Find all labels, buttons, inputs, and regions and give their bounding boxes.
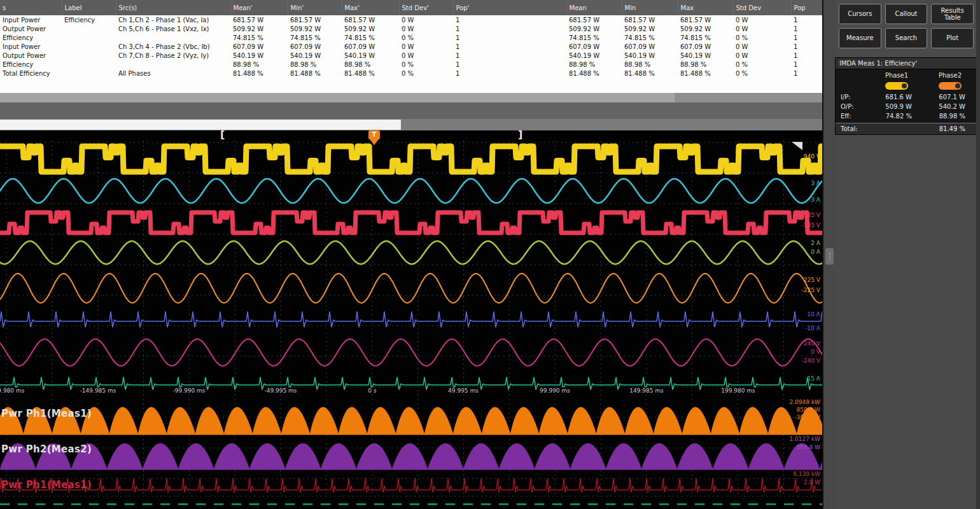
- table-cell: [116, 60, 230, 69]
- panel-resize-handle[interactable]: ⋮: [825, 248, 834, 265]
- trace-power-phase1-inst[interactable]: [0, 478, 822, 492]
- table-cell: 1: [791, 33, 822, 42]
- table-cell: 1: [791, 51, 822, 60]
- column-header[interactable]: Mean: [566, 0, 622, 15]
- trace-power-phase1[interactable]: [0, 407, 822, 435]
- trace-name-label[interactable]: Pwr Ph1(Meas1): [1, 408, 92, 419]
- phase2-column-header: Phase2: [923, 71, 977, 80]
- vertical-scale-label: 2 A: [811, 240, 820, 246]
- zoom-right-bracket[interactable]: ]: [518, 130, 522, 141]
- trace-ch4-phase2-current[interactable]: [0, 241, 822, 264]
- imda-panel-title[interactable]: IMDA Meas 1: Efficiency': [836, 58, 979, 69]
- imda-results-grid: Phase1 Phase2 I/P: 681.6 W 607.1 W O/P: …: [836, 69, 979, 123]
- phase2-badge-icon[interactable]: [939, 82, 962, 90]
- table-cell: 1: [453, 51, 566, 60]
- table-cell: 1: [791, 60, 822, 69]
- table-cell: Ch 7,Ch 8 - Phase 2 (Vyz, Iy): [116, 51, 230, 60]
- phase1-column-header: Phase1: [870, 71, 923, 80]
- trace-ch8-output-current[interactable]: [0, 377, 822, 389]
- column-header[interactable]: Max: [678, 0, 733, 15]
- right-edge-scrollbar[interactable]: [976, 0, 980, 509]
- column-header[interactable]: Pop: [791, 0, 822, 15]
- trace-ch7-output-voltage[interactable]: [0, 339, 822, 366]
- table-cell: 540.19 W: [678, 51, 733, 60]
- table-row[interactable]: Output PowerCh 5,Ch 6 - Phase 1 (Vxz, Ix…: [0, 24, 822, 33]
- trigger-marker[interactable]: T: [368, 130, 380, 139]
- table-cell: [62, 51, 116, 60]
- measure-button[interactable]: Measure: [839, 28, 881, 48]
- time-axis-label: 99.990 ms: [538, 387, 571, 394]
- measurement-results-table: sLabelSrc(s)Mean'Min'Max'Std Dev'Pop'Mea…: [0, 0, 822, 93]
- imda-total-value: 81.49 %: [939, 125, 965, 132]
- table-cell: All Phases: [116, 69, 230, 78]
- plot-button[interactable]: Plot: [931, 28, 974, 48]
- table-cell: 0 %: [399, 69, 453, 78]
- table-row[interactable]: Efficiency88.98 %88.98 %88.98 %0 %188.98…: [0, 60, 822, 69]
- table-cell: 88.98 %: [622, 60, 678, 69]
- trace-ch3-phase2-voltage[interactable]: [0, 213, 822, 233]
- table-cell: 1: [453, 69, 566, 78]
- phase1-badge-icon[interactable]: [885, 82, 908, 90]
- table-cell: Input Power: [0, 15, 62, 24]
- table-cell: 1: [453, 15, 566, 24]
- waveform-horizontal-scrollbar[interactable]: [0, 119, 822, 130]
- time-axis-label: 199.980 ms: [720, 387, 757, 394]
- table-cell: 81.488 %: [566, 69, 622, 78]
- table-row[interactable]: Input PowerCh 3,Ch 4 - Phase 2 (Vbc, Ib)…: [0, 42, 822, 51]
- column-header[interactable]: s: [0, 0, 62, 15]
- imda-results-panel[interactable]: IMDA Meas 1: Efficiency' Phase1 Phase2 I…: [835, 57, 980, 135]
- table-cell: Output Power: [0, 51, 62, 60]
- time-axis-label: -49.995 ms: [263, 387, 298, 394]
- waveform-scrollbar-thumb[interactable]: [0, 120, 401, 130]
- vertical-scale-label: -10 A: [805, 325, 820, 331]
- table-horizontal-scrollbar[interactable]: [0, 93, 822, 102]
- table-cell: 0 W: [733, 24, 791, 33]
- table-row[interactable]: Efficiency74.815 %74.815 %74.815 %0 %174…: [0, 33, 822, 42]
- table-row[interactable]: Total EfficiencyAll Phases81.488 %81.488…: [0, 69, 822, 78]
- trace-ch1-phase1-voltage[interactable]: [0, 146, 822, 172]
- waveform-canvas[interactable]: [0, 130, 822, 500]
- imda-ip-phase1: 681.6 W: [870, 92, 923, 102]
- column-header[interactable]: Pop': [453, 0, 566, 15]
- table-cell: 0 W: [733, 15, 791, 24]
- table-cell: Ch 3,Ch 4 - Phase 2 (Vbc, Ib): [116, 42, 230, 51]
- column-header[interactable]: Min: [622, 0, 678, 15]
- zoom-left-bracket[interactable]: [: [220, 130, 225, 141]
- trace-name-label[interactable]: Pwr Ph1(Meas1): [1, 479, 92, 491]
- table-cell: 607.09 W: [566, 42, 622, 51]
- trace-ch5-output-voltage[interactable]: [0, 274, 822, 303]
- cursors-button[interactable]: Cursors: [839, 4, 881, 24]
- column-header[interactable]: Std Dev: [733, 0, 791, 15]
- results-table-button[interactable]: Results Table: [931, 4, 974, 24]
- time-axis-label: -199.980 ms: [0, 387, 25, 394]
- vertical-scale-label: 240 V: [804, 340, 820, 347]
- table-cell: 509.92 W: [622, 24, 678, 33]
- column-header[interactable]: Max': [342, 0, 399, 15]
- table-cell: Efficiency: [62, 15, 116, 24]
- callout-button[interactable]: Callout: [885, 4, 928, 24]
- table-scrollbar-thumb[interactable]: [0, 93, 675, 102]
- vertical-scale-label: 225 V: [804, 277, 820, 283]
- vertical-scale-label: 0 V: [811, 349, 820, 355]
- trace-ch6-output-current[interactable]: [0, 312, 822, 327]
- column-header[interactable]: Src(s): [116, 0, 230, 15]
- table-cell: [62, 24, 116, 33]
- table-row[interactable]: Input PowerEfficiencyCh 1,Ch 2 - Phase 1…: [0, 15, 822, 24]
- column-header[interactable]: Mean': [230, 0, 288, 15]
- table-cell: 0 %: [733, 69, 791, 78]
- trace-ch2-phase1-current[interactable]: [0, 179, 822, 203]
- column-header[interactable]: Std Dev': [399, 0, 453, 15]
- table-row[interactable]: Output PowerCh 7,Ch 8 - Phase 2 (Vyz, Iy…: [0, 51, 822, 60]
- column-header[interactable]: Label: [62, 0, 116, 15]
- table-cell: 1: [453, 60, 566, 69]
- table-cell: Ch 5,Ch 6 - Phase 1 (Vxz, Ix): [116, 24, 230, 33]
- trace-name-label[interactable]: Pwr Ph2(Meas2): [1, 443, 92, 455]
- search-button[interactable]: Search: [885, 28, 928, 48]
- trace-power-phase2[interactable]: [0, 443, 822, 470]
- waveform-display[interactable]: [ ] T -199.980 ms-149.985 ms-99.990 ms-4…: [0, 130, 822, 500]
- column-header[interactable]: Min': [288, 0, 342, 15]
- table-cell: 88.98 %: [230, 60, 288, 69]
- vertical-scale-label: 1.0127 kW: [790, 436, 820, 442]
- trigger-marker-tail-icon: [370, 139, 379, 145]
- imda-total-label: Total:: [841, 125, 858, 132]
